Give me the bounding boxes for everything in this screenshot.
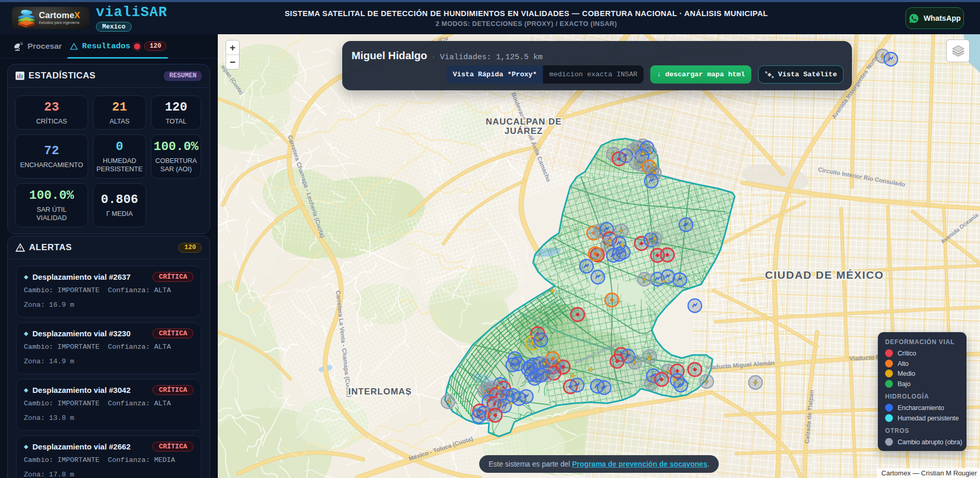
svg-text:;: ; [407,388,410,396]
svg-text:INTERLOMAS: INTERLOMAS [348,387,412,397]
svg-text:CIUDAD DE MÉXICO: CIUDAD DE MÉXICO [765,269,884,281]
svg-text:JUÁREZ: JUÁREZ [505,126,543,136]
svg-text:NAUCALPAN DE: NAUCALPAN DE [486,117,562,127]
